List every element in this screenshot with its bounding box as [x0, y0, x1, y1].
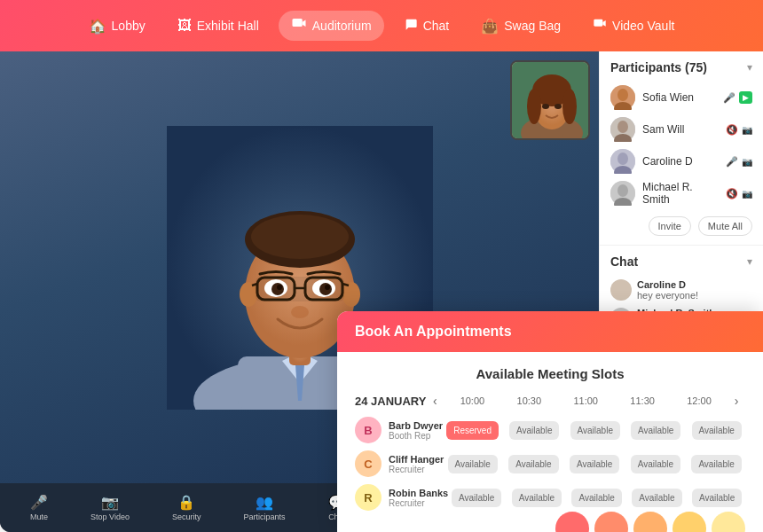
participant-item: Michael R. Smith 🔇 📷	[610, 177, 752, 209]
appointments-overlay: Book An Appointments Available Meeting S…	[337, 311, 763, 532]
slot-cell-available[interactable]: Available	[508, 455, 558, 473]
participant-name: Caroline D	[642, 155, 719, 168]
slot-cell-available[interactable]: Available	[570, 455, 619, 473]
slot-cell-available[interactable]: Available	[631, 455, 680, 473]
time-slot-label: 12:00	[676, 395, 722, 406]
svg-point-32	[562, 89, 577, 124]
slot-cell-reserved[interactable]: Reserved	[446, 421, 499, 440]
slot-cell-available[interactable]: Available	[570, 421, 620, 440]
slots-header-row: 24 JANUARY ‹ 10:00 10:30 11:00 11:30 12:…	[355, 394, 745, 408]
person-info: R Robin Banks Recruiter	[355, 484, 448, 511]
appointments-header: Book An Appointments	[337, 311, 763, 352]
sidebar-item-exhibit[interactable]: 🖼 Exhibit Hall	[165, 12, 271, 39]
slot-cell-available[interactable]: Available	[571, 489, 621, 507]
avatar	[610, 149, 635, 174]
participant-controls: 🔇 📷	[726, 124, 752, 136]
sidebar-item-auditorium[interactable]: Auditorium	[279, 11, 384, 41]
chat-title: Chat	[610, 254, 638, 269]
chat-header: Chat ▾	[610, 254, 752, 269]
participant-name: Sofia Wien	[642, 91, 716, 104]
mic-on-icon2: 🎤	[726, 156, 738, 168]
appointments-title: Book An Appointments	[355, 324, 512, 339]
meeting-row: B Barb Dwyer Booth Rep Reserved Availabl…	[355, 417, 745, 443]
svg-point-34	[555, 104, 562, 109]
meeting-row: C Cliff Hanger Recruiter Available Avail…	[355, 450, 745, 477]
slot-cell-available[interactable]: Available	[692, 421, 742, 440]
deco-circle	[712, 512, 745, 532]
cam-off-icon2: 📷	[742, 157, 752, 167]
slot-cells: Available Available Available Available …	[448, 489, 745, 507]
participant-controls: 🎤 📷	[726, 156, 752, 168]
slot-cell-available[interactable]: Available	[448, 455, 498, 473]
participants-icon: 👥	[256, 494, 273, 511]
person-avatar: C	[355, 450, 382, 477]
participant-item: Sam Will 🔇 📷	[610, 113, 752, 145]
mic-muted-icon: 🔇	[726, 124, 738, 136]
appointments-body: Available Meeting Slots 24 JANUARY ‹ 10:…	[337, 352, 763, 532]
participant-item: Sofia Wien 🎤 ▶	[610, 82, 752, 113]
mic-on-icon: 🎤	[723, 92, 735, 104]
invite-button[interactable]: Invite	[649, 216, 691, 236]
stop-video-button[interactable]: 📷 Stop Video	[90, 494, 130, 521]
mute-button[interactable]: 🎤 Mute	[30, 494, 48, 521]
cam-on-icon: ▶	[739, 91, 752, 104]
self-video-thumbnail	[510, 60, 590, 140]
chat-message-item: Caroline D hey everyone!	[610, 276, 752, 304]
svg-rect-1	[594, 20, 602, 27]
svg-point-33	[542, 104, 549, 109]
svg-point-39	[617, 121, 628, 133]
person-details: Robin Banks Recruiter	[389, 488, 448, 508]
slot-cell-available[interactable]: Available	[452, 489, 501, 507]
svg-rect-0	[292, 19, 302, 27]
chat-content: Caroline D hey everyone!	[637, 279, 698, 301]
participant-name: Sam Will	[642, 123, 719, 136]
person-info: B Barb Dwyer Booth Rep	[355, 417, 443, 443]
participants-button[interactable]: 👥 Participants	[244, 494, 286, 521]
cam-off-icon3: 📷	[742, 189, 752, 199]
time-slot-label: 11:30	[619, 395, 665, 406]
date-label: 24 JANUARY	[355, 395, 426, 408]
svg-point-25	[291, 306, 309, 318]
slot-cells: Available Available Available Available …	[444, 455, 745, 473]
person-details: Cliff Hanger Recruiter	[389, 454, 444, 474]
time-slots-header: 10:00 10:30 11:00 11:30 12:00	[444, 395, 728, 406]
chat-nav-icon	[404, 17, 418, 35]
deco-circle	[555, 512, 589, 532]
sidebar-item-chat[interactable]: Chat	[391, 12, 462, 40]
slot-cell-available[interactable]: Available	[632, 489, 681, 507]
sidebar-item-swag[interactable]: 👜 Swag Bag	[468, 12, 573, 40]
prev-slots-button[interactable]: ‹	[426, 394, 444, 408]
person-name: Barb Dwyer	[389, 420, 443, 431]
participants-header: Participants (75) ▾	[610, 60, 752, 74]
chat-avatar	[610, 279, 632, 301]
sidebar-item-vault[interactable]: Video Vault	[580, 12, 687, 40]
appointments-subtitle: Available Meeting Slots	[355, 366, 745, 381]
slot-cell-available[interactable]: Available	[692, 489, 742, 507]
participants-title: Participants (75)	[610, 60, 707, 74]
security-button[interactable]: 🔒 Security	[172, 494, 201, 521]
vault-icon	[593, 17, 607, 35]
slot-cell-available[interactable]: Available	[691, 455, 741, 473]
avatar	[610, 181, 635, 206]
svg-point-10	[251, 215, 349, 259]
home-icon: 🏠	[89, 18, 106, 35]
slot-cell-available[interactable]: Available	[509, 421, 559, 440]
chat-sender-name: Caroline D	[637, 279, 698, 290]
time-slot-label: 10:30	[506, 395, 552, 406]
deco-circle	[633, 512, 667, 532]
mute-all-button[interactable]: Mute All	[698, 216, 752, 236]
avatar	[610, 85, 635, 110]
chat-chevron[interactable]: ▾	[747, 255, 752, 268]
chat-message-text: hey everyone!	[637, 290, 698, 301]
slot-cell-available[interactable]: Available	[631, 421, 680, 440]
next-slots-button[interactable]: ›	[728, 394, 745, 408]
svg-point-12	[342, 282, 360, 307]
mic-icon: 🎤	[30, 494, 48, 511]
meeting-row: R Robin Banks Recruiter Available Availa…	[355, 484, 745, 511]
person-name: Cliff Hanger	[389, 454, 444, 465]
slot-cell-available[interactable]: Available	[512, 489, 562, 507]
deco-circle	[594, 512, 628, 532]
sidebar-item-lobby[interactable]: 🏠 Lobby	[76, 12, 158, 40]
participants-chevron[interactable]: ▾	[747, 61, 752, 74]
person-info: C Cliff Hanger Recruiter	[355, 450, 444, 477]
